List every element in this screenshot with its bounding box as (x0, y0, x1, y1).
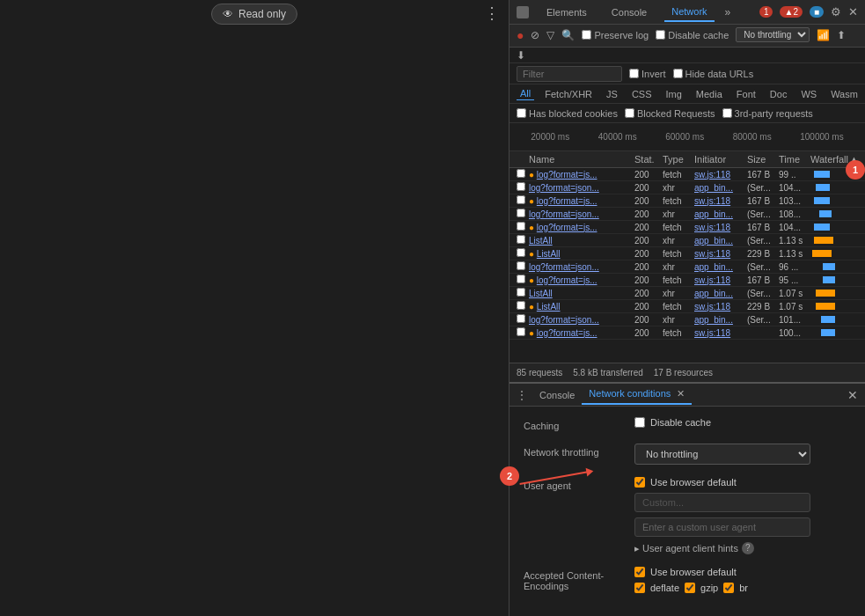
gzip-checkbox[interactable] (685, 583, 695, 593)
requests-count: 85 requests (517, 368, 562, 378)
type-font[interactable]: Font (733, 88, 759, 100)
marker-60k: 60000 ms (665, 132, 704, 142)
table-row[interactable]: log?format=json... 200 xhr app_bin... (S… (509, 260, 865, 274)
header-time[interactable]: Time (779, 154, 810, 165)
filter-icon[interactable]: ▽ (546, 29, 554, 41)
settings-icon[interactable]: ⚙ (831, 5, 841, 18)
tab-close-icon[interactable]: ✕ (677, 388, 685, 399)
table-row[interactable]: ● log?format=js... 200 fetch sw.js:118 1… (509, 221, 865, 234)
header-waterfall[interactable]: Waterfall (810, 154, 849, 165)
header-status[interactable]: Stat. (634, 154, 663, 165)
tab-console-drawer[interactable]: Console (532, 386, 582, 404)
caching-label: Caching (524, 417, 620, 431)
tab-console[interactable]: Console (605, 4, 654, 21)
third-party-check[interactable]: 3rd-party requests (722, 108, 813, 119)
type-js[interactable]: JS (603, 88, 621, 100)
timeline-markers: 20000 ms 40000 ms 60000 ms 80000 ms 1000… (517, 132, 858, 142)
network-table[interactable]: Name Stat. Type Initiator Size Time Wate… (509, 151, 865, 363)
header-initiator[interactable]: Initiator (694, 154, 747, 165)
invert-checkbox[interactable]: Invert (629, 69, 666, 79)
transferred-size: 5.8 kB transferred (573, 368, 642, 378)
tab-network[interactable]: Network (664, 3, 714, 22)
table-header: Name Stat. Type Initiator Size Time Wate… (509, 151, 865, 168)
error-badge: 1 (759, 6, 773, 18)
status-bar: 85 requests 5.8 kB transferred 17 B reso… (509, 363, 865, 382)
throttling-row: Network throttling No throttling Fast 3G… (524, 444, 851, 465)
tab-elements[interactable]: Elements (539, 4, 594, 21)
table-row[interactable]: ● log?format=js... 200 fetch sw.js:118 1… (509, 168, 865, 181)
table-row[interactable]: ● ListAll 200 fetch sw.js:118 229 B 1.07… (509, 300, 865, 313)
devtools-icon-record (517, 6, 529, 18)
preserve-log-checkbox[interactable]: Preserve log (582, 30, 649, 40)
ua-hints: ▸ User agent client hints ? (634, 542, 851, 554)
bottom-drawer: ⋮ Console Network conditions ✕ ✕ Caching… (509, 382, 865, 616)
resources-size: 17 B resources (654, 368, 713, 378)
close-icon[interactable]: ✕ (848, 5, 858, 18)
more-options-icon[interactable]: ⋮ (484, 4, 500, 23)
custom-ua-input[interactable] (634, 517, 810, 537)
hide-data-urls-checkbox[interactable]: Hide data URLs (673, 69, 754, 79)
step-1-bubble: 1 (846, 160, 865, 180)
disable-cache-label: Disable cache (650, 417, 711, 428)
drawer-close-button[interactable]: ✕ (847, 388, 858, 402)
header-name[interactable]: Name (529, 154, 634, 165)
filter-input[interactable] (517, 66, 622, 82)
use-browser-default-row: Use browser default (634, 477, 851, 488)
use-browser-default-enc-label: Use browser default (650, 567, 737, 577)
table-row[interactable]: log?format=json... 200 xhr app_bin... (S… (509, 313, 865, 326)
network-conditions-panel: Caching Disable cache Network throttling… (509, 407, 865, 616)
table-row[interactable]: log?format=json... 200 xhr app_bin... (S… (509, 208, 865, 221)
type-all[interactable]: All (517, 87, 534, 100)
throttle-select[interactable]: No throttling Fast 3G Slow 3G Offline (736, 27, 810, 42)
clear-icon[interactable]: ⊘ (531, 29, 539, 41)
type-doc[interactable]: Doc (766, 88, 791, 100)
br-checkbox[interactable] (723, 583, 734, 593)
table-row[interactable]: ● ListAll 200 fetch sw.js:118 229 B 1.13… (509, 247, 865, 260)
use-browser-default-enc-checkbox[interactable] (634, 567, 645, 577)
type-media[interactable]: Media (693, 88, 726, 100)
disable-cache-checkbox-nc[interactable] (634, 417, 645, 428)
table-row[interactable]: ListAll 200 xhr app_bin... (Ser... 1.13 … (509, 234, 865, 247)
type-filter-bar: All Fetch/XHR JS CSS Img Media Font Doc … (509, 84, 865, 104)
drawer-tabs: ⋮ Console Network conditions ✕ ✕ (509, 384, 865, 407)
header-type[interactable]: Type (663, 154, 694, 165)
type-fetch-xhr[interactable]: Fetch/XHR (541, 88, 596, 100)
table-row[interactable]: ListAll 200 xhr app_bin... (Ser... 1.07 … (509, 287, 865, 300)
custom-ua-select[interactable]: Custom... (634, 493, 810, 512)
import-icon[interactable]: ⬆ (837, 29, 846, 41)
type-img[interactable]: Img (663, 88, 685, 100)
br-label: br (739, 583, 748, 593)
hint-info-icon[interactable]: ? (742, 542, 754, 554)
search-icon[interactable]: 🔍 (561, 29, 575, 41)
table-row[interactable]: ● log?format=js... 200 fetch sw.js:118 1… (509, 274, 865, 287)
deflate-label: deflate (650, 583, 679, 593)
tab-network-conditions[interactable]: Network conditions ✕ (582, 385, 692, 405)
type-ws[interactable]: WS (797, 88, 820, 100)
user-agent-control: Use browser default Custom... ▸ User age… (634, 477, 851, 554)
use-browser-default-checkbox[interactable] (634, 477, 645, 488)
throttling-control: No throttling Fast 3G Slow 3G Offline (634, 444, 851, 465)
encoding-options-row: deflate gzip br (634, 583, 851, 593)
marker-20k: 20000 ms (531, 132, 569, 142)
type-wasm[interactable]: Wasm (827, 88, 861, 100)
network-icon[interactable]: 📶 (817, 29, 830, 41)
encodings-control: Use browser default deflate gzip br (634, 567, 851, 593)
read-only-label: Read only (238, 8, 286, 20)
table-row[interactable]: ● log?format=js... 200 fetch sw.js:118 1… (509, 326, 865, 340)
devtools-tabbar: Elements Console Network » 1 ▲2 ■ ⚙ ✕ (509, 0, 865, 25)
download-icon[interactable]: ⬇ (517, 49, 525, 62)
disable-cache-checkbox[interactable]: Disable cache (656, 30, 729, 40)
throttling-select[interactable]: No throttling Fast 3G Slow 3G Offline (634, 444, 810, 465)
deflate-checkbox[interactable] (634, 583, 645, 593)
more-tabs-icon[interactable]: » (725, 6, 731, 18)
filter-options: Invert Hide data URLs (629, 69, 753, 79)
user-agent-row: User agent Use browser default Custom...… (524, 477, 851, 554)
blocked-cookies-check[interactable]: Has blocked cookies (517, 108, 618, 119)
table-row[interactable]: log?format=json... 200 xhr app_bin... (S… (509, 181, 865, 194)
record-icon[interactable]: ● (517, 28, 524, 42)
marker-100k: 100000 ms (800, 132, 843, 142)
table-row[interactable]: ● log?format=js... 200 fetch sw.js:118 1… (509, 194, 865, 208)
header-size[interactable]: Size (747, 154, 779, 165)
blocked-requests-check[interactable]: Blocked Requests (625, 108, 715, 119)
type-css[interactable]: CSS (628, 88, 656, 100)
